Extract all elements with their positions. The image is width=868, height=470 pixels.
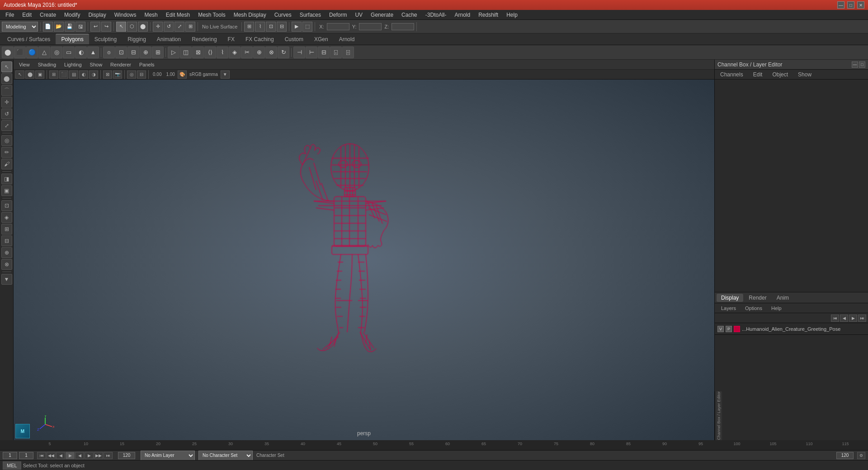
menu-generate[interactable]: Generate — [367, 11, 397, 19]
timeline-ruler[interactable]: 5 10 15 20 25 30 35 40 45 50 55 60 65 70… — [0, 440, 868, 450]
help-subtab[interactable]: Help — [768, 305, 785, 312]
bevel-icon-btn[interactable]: ◈ — [229, 47, 241, 58]
disc-icon-btn[interactable]: ◐ — [75, 47, 87, 58]
smooth-icon-btn[interactable]: ⌾ — [103, 47, 115, 58]
spin-icon-btn[interactable]: ↻ — [278, 47, 289, 58]
tab-fx[interactable]: FX — [222, 34, 240, 44]
tab-polygons[interactable]: Polygons — [56, 34, 89, 44]
no-anim-layer-dropdown[interactable]: No Anim Layer — [141, 451, 195, 461]
render-tab[interactable]: Render — [744, 294, 771, 302]
play-btn[interactable]: ▶ — [66, 452, 75, 459]
display-tab[interactable]: Display — [717, 294, 743, 302]
duplicate-icon-btn[interactable]: ⊟ — [318, 47, 330, 58]
vp-color-btn[interactable]: 🎨 — [178, 70, 187, 79]
vp-texture-btn[interactable]: ▤ — [69, 70, 78, 79]
menu-cache[interactable]: Cache — [398, 11, 421, 19]
attribute-editor-tab[interactable]: Channel Box / Layer Editor — [715, 391, 722, 440]
paint-select-tool[interactable]: ⬤ — [1, 73, 12, 84]
layer-back-btn[interactable]: ◀ — [840, 315, 848, 322]
prism-icon-btn[interactable]: ▲ — [87, 47, 99, 58]
tab-arnold-tab[interactable]: Arnold — [334, 34, 360, 44]
paint-btn[interactable]: ⬤ — [138, 22, 148, 32]
snap-curve-btn[interactable]: ⌇ — [255, 22, 265, 32]
viewport-canvas[interactable]: persp X Y Z — [14, 80, 714, 440]
layer-new-btn[interactable]: ⏮ — [831, 315, 839, 322]
vp-gamma-dropdown[interactable]: ▼ — [221, 70, 230, 79]
move-tool[interactable]: ✛ — [1, 97, 12, 108]
append-icon-btn[interactable]: ▷ — [168, 47, 179, 58]
snap-view-btn[interactable]: ⊟ — [277, 22, 287, 32]
tab-curves-surfaces[interactable]: Curves / Surfaces — [2, 34, 56, 44]
separate-icon-btn[interactable]: ⌻ — [342, 47, 354, 58]
resize-tool[interactable]: ⊟ — [1, 235, 12, 246]
transform-btn[interactable]: ⊞ — [185, 22, 195, 32]
plane-icon-btn[interactable]: ▭ — [63, 47, 75, 58]
options-subtab[interactable]: Options — [741, 305, 766, 312]
prev-frame-btn[interactable]: ◀◀ — [47, 452, 56, 459]
close-button[interactable]: ✕ — [857, 1, 864, 9]
cylinder-icon-btn[interactable]: 🔵 — [26, 47, 38, 58]
layer-fwd-btn[interactable]: ▶ — [849, 315, 857, 322]
menu-deform[interactable]: Deform — [326, 11, 350, 19]
no-char-set-dropdown[interactable]: No Character Set — [198, 451, 253, 461]
sculpt-tool[interactable]: ✏ — [1, 147, 12, 158]
menu-3dto-all[interactable]: -3DtoAll- — [422, 11, 450, 19]
menu-display[interactable]: Display — [85, 11, 109, 19]
tab-rendering[interactable]: Rendering — [186, 34, 222, 44]
vp-select-btn[interactable]: ↖ — [15, 70, 24, 79]
extrude-icon-btn[interactable]: ⊡ — [115, 47, 127, 58]
fill-icon-btn[interactable]: ◫ — [180, 47, 192, 58]
next-frame-btn[interactable]: ▶▶ — [94, 452, 103, 459]
cube-icon-btn[interactable]: ⬛ — [14, 47, 26, 58]
rotate-tool[interactable]: ↺ — [1, 108, 12, 119]
play-start-btn[interactable]: ⏮ — [37, 452, 46, 459]
lasso-tool[interactable]: ⌒ — [1, 85, 12, 96]
menu-arnold[interactable]: Arnold — [451, 11, 474, 19]
next-key-btn[interactable]: ▶ — [85, 452, 94, 459]
show-last-tool[interactable]: ▣ — [1, 185, 12, 196]
snap-point-btn[interactable]: ⊡ — [266, 22, 276, 32]
more-tools[interactable]: ▼ — [1, 274, 12, 285]
soft-mod-tool[interactable]: ◎ — [1, 135, 12, 146]
tab-custom[interactable]: Custom — [279, 34, 309, 44]
vp-paint-btn[interactable]: ⬤ — [25, 70, 34, 79]
flip-icon-btn[interactable]: ⊢ — [306, 47, 317, 58]
insert-icon-btn[interactable]: ⊕ — [253, 47, 265, 58]
maximize-button[interactable]: □ — [847, 1, 854, 9]
end-frame-input[interactable] — [836, 452, 854, 459]
redo-btn[interactable]: ↪ — [101, 22, 111, 32]
coord-z-input[interactable] — [392, 23, 414, 30]
tab-animation[interactable]: Animation — [151, 34, 186, 44]
edit-tab[interactable]: Edit — [750, 70, 765, 79]
view-menu[interactable]: View — [15, 61, 33, 68]
vp-cam-btn[interactable]: 📷 — [113, 70, 122, 79]
menu-redshift[interactable]: Redshift — [475, 11, 502, 19]
menu-mesh[interactable]: Mesh — [141, 11, 161, 19]
layer-end-btn[interactable]: ⏭ — [858, 315, 866, 322]
menu-help[interactable]: Help — [503, 11, 521, 19]
layer-v-badge[interactable]: V — [717, 326, 724, 332]
smooth-tool[interactable]: ◈ — [1, 212, 12, 223]
anim-tab[interactable]: Anim — [772, 294, 793, 302]
settings-btn[interactable]: ⚙ — [857, 452, 865, 459]
render-btn[interactable]: ▶ — [292, 22, 302, 32]
move-btn[interactable]: ✛ — [153, 22, 163, 32]
renderer-menu[interactable]: Renderer — [107, 61, 135, 68]
vp-light-btn[interactable]: ◐ — [79, 70, 88, 79]
vp-shade-btn[interactable]: ◑ — [89, 70, 98, 79]
menu-curves[interactable]: Curves — [271, 11, 295, 19]
menu-edit[interactable]: Edit — [19, 11, 35, 19]
object-tab[interactable]: Object — [769, 70, 791, 79]
select-tool-btn[interactable]: ↖ — [116, 22, 126, 32]
cone-icon-btn[interactable]: △ — [38, 47, 50, 58]
crease-icon-btn[interactable]: ⌇ — [217, 47, 228, 58]
rp-expand-btn[interactable]: □ — [859, 61, 865, 68]
new-file-btn[interactable]: 📄 — [43, 22, 53, 32]
ipr-btn[interactable]: ⬚ — [302, 22, 312, 32]
collapse-icon-btn[interactable]: ⊠ — [192, 47, 204, 58]
menu-edit-mesh[interactable]: Edit Mesh — [162, 11, 193, 19]
mel-tab[interactable]: MEL — [3, 461, 21, 470]
lighting-menu[interactable]: Lighting — [61, 61, 85, 68]
offset-icon-btn[interactable]: ⊗ — [265, 47, 277, 58]
shading-menu[interactable]: Shading — [34, 61, 60, 68]
